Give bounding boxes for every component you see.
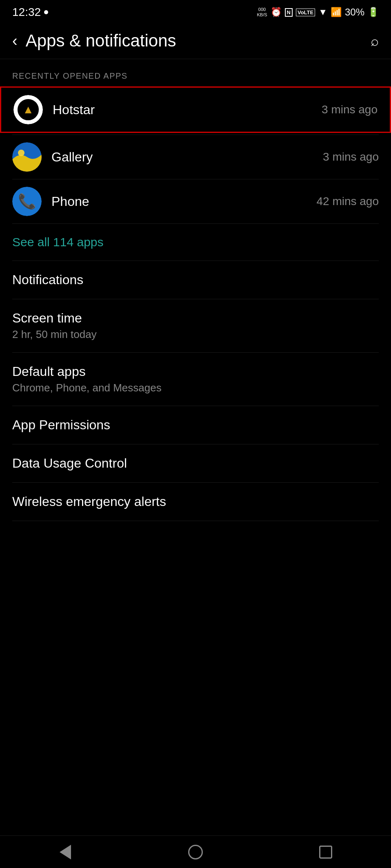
svg-point-1 [18, 150, 24, 156]
status-bar: 12:32 000KB/S ⏰ N VoLTE ▼ 📶 30% 🔋 [0, 0, 391, 23]
wifi-icon: ▼ [318, 7, 327, 18]
menu-item-default-apps[interactable]: Default apps Chrome, Phone, and Messages [0, 353, 391, 406]
battery-icon: 🔋 [368, 7, 379, 18]
nav-recents-button[interactable] [309, 840, 342, 864]
top-nav: ‹ Apps & notifications ⌕ [0, 23, 391, 59]
nav-home-button[interactable] [179, 840, 212, 864]
section-label-recent: RECENTLY OPENED APPS [0, 59, 391, 85]
menu-item-screen-time-title: Screen time [12, 311, 379, 326]
phone-app-icon: 📞 [12, 187, 42, 216]
menu-item-data-usage[interactable]: Data Usage Control [0, 444, 391, 482]
app-item-phone[interactable]: 📞 Phone 42 mins ago [0, 179, 391, 223]
nav-back-button[interactable] [49, 840, 82, 864]
status-time: 12:32 [12, 6, 41, 19]
menu-item-notifications[interactable]: Notifications [0, 261, 391, 299]
menu-item-screen-time-subtitle: 2 hr, 50 min today [12, 328, 379, 341]
gallery-app-time: 3 mins ago [323, 150, 379, 163]
status-icons: 000KB/S ⏰ N VoLTE ▼ 📶 30% 🔋 [257, 7, 379, 18]
menu-item-default-apps-subtitle: Chrome, Phone, and Messages [12, 382, 379, 394]
hotstar-app-info: Hotstar [53, 102, 322, 117]
hotstar-app-icon: ▲ [13, 95, 43, 124]
recents-square-icon [319, 846, 332, 859]
back-button[interactable]: ‹ [12, 32, 18, 50]
app-item-hotstar[interactable]: ▲ Hotstar 3 mins ago [0, 86, 391, 133]
hotstar-app-name: Hotstar [53, 102, 95, 117]
menu-item-default-apps-title: Default apps [12, 364, 379, 379]
gallery-app-info: Gallery [51, 150, 323, 165]
gallery-app-name: Gallery [51, 150, 93, 164]
menu-item-wireless-alerts-title: Wireless emergency alerts [12, 494, 379, 509]
status-time-group: 12:32 [12, 6, 48, 19]
menu-item-data-usage-title: Data Usage Control [12, 456, 379, 471]
gallery-svg-icon [12, 142, 42, 172]
menu-item-app-permissions-title: App Permissions [12, 417, 379, 433]
phone-app-info: Phone [51, 194, 316, 209]
back-triangle-icon [60, 845, 71, 859]
phone-app-name: Phone [51, 194, 89, 209]
menu-item-screen-time[interactable]: Screen time 2 hr, 50 min today [0, 299, 391, 352]
search-button[interactable]: ⌕ [371, 33, 379, 49]
phone-app-time: 42 mins ago [316, 195, 379, 208]
menu-item-notifications-title: Notifications [12, 272, 379, 287]
menu-item-app-permissions[interactable]: App Permissions [0, 406, 391, 444]
nav-left: ‹ Apps & notifications [12, 31, 176, 51]
status-dot-indicator [44, 10, 48, 14]
battery-text: 30% [345, 7, 364, 18]
hotstar-app-time: 3 mins ago [322, 103, 378, 116]
volte-icon: VoLTE [296, 9, 315, 16]
home-circle-icon [188, 845, 203, 859]
kb-s-icon: 000KB/S [257, 7, 267, 18]
phone-symbol: 📞 [18, 193, 36, 210]
bottom-nav [0, 835, 391, 868]
signal-icon: 📶 [331, 7, 342, 18]
app-item-gallery[interactable]: Gallery 3 mins ago [0, 135, 391, 179]
nfc-icon: N [285, 8, 293, 17]
page-title: Apps & notifications [26, 31, 176, 51]
gallery-app-icon [12, 142, 42, 172]
menu-item-wireless-alerts[interactable]: Wireless emergency alerts [0, 483, 391, 521]
alarm-icon: ⏰ [271, 7, 282, 18]
hotstar-star: ▲ [22, 103, 34, 116]
see-all-link[interactable]: See all 114 apps [0, 224, 391, 261]
